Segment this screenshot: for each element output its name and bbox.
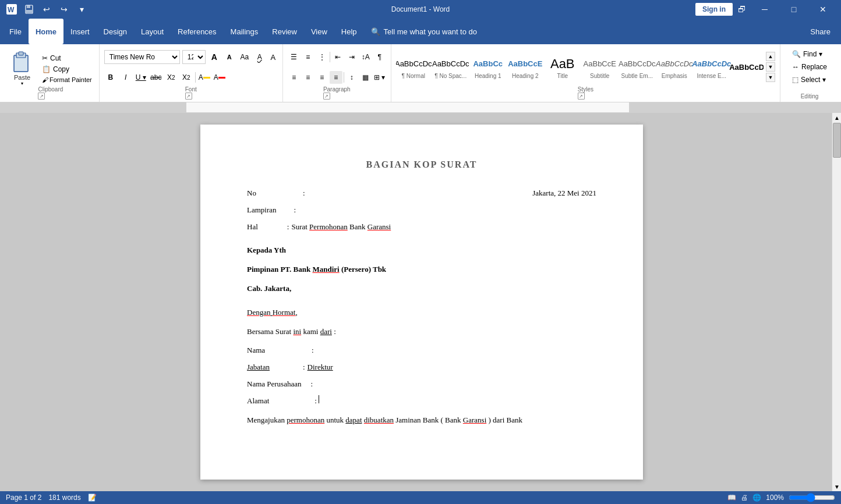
style-normal[interactable]: AaBbCcDc ¶ Normal (396, 52, 431, 82)
close-button[interactable]: ✕ (810, 0, 836, 19)
style-subtle-em[interactable]: AaBbCcDc Subtle Em... (620, 52, 655, 82)
multilevel-list-button[interactable]: ⋮ (316, 51, 328, 63)
menu-review[interactable]: Review (265, 19, 304, 44)
view-print-icon[interactable]: 🖨 (741, 494, 748, 502)
menu-bar: File Home Insert Design Layout Reference… (0, 19, 841, 44)
menu-design[interactable]: Design (97, 19, 134, 44)
styles-scroll-down[interactable]: ▼ (766, 62, 775, 72)
date-field: Jakarta, 22 Mei 2021 (532, 187, 596, 200)
ribbon-display-icon[interactable]: 🗗 (735, 2, 749, 16)
jabatan-row: Jabatan : Direktur (247, 361, 596, 374)
view-read-icon[interactable]: 📖 (727, 494, 736, 502)
strikethrough-button[interactable]: abc (150, 71, 162, 84)
scroll-track[interactable] (832, 122, 841, 482)
ruler (0, 102, 841, 113)
menu-mailings[interactable]: Mailings (224, 19, 266, 44)
clipboard-small-buttons: ✂ Cut 📋 Copy 🖌 Format Painter (40, 53, 94, 84)
style-extra[interactable]: AaBbCcDc (732, 55, 764, 79)
title-bar-right: Sign in 🗗 ─ □ ✕ (695, 0, 836, 19)
clear-formatting-button[interactable]: A (253, 51, 266, 63)
increase-indent-button[interactable]: ⇥ (345, 51, 358, 63)
align-center-button[interactable]: ≡ (302, 71, 315, 84)
font-family-select[interactable]: Times New Ro (104, 50, 180, 64)
nama-row: Nama : (247, 345, 596, 357)
undo-icon[interactable]: ↩ (40, 2, 54, 16)
title-bar: W ↩ ↪ ▾ Document1 - Word Sign in 🗗 ─ □ ✕ (0, 0, 841, 19)
style-subtitle[interactable]: AaBbCcE Subtitle (582, 52, 617, 82)
shading-button[interactable]: ▦ (359, 71, 372, 84)
select-button[interactable]: ⬚ Select ▾ (789, 74, 831, 85)
customize-qat-icon[interactable]: ▾ (75, 2, 89, 16)
superscript-button[interactable]: X2 (180, 71, 193, 84)
paragraph-expand[interactable]: ↗ (323, 93, 330, 100)
minimize-button[interactable]: ─ (751, 0, 778, 19)
svg-rect-9 (0, 102, 186, 112)
borders-button[interactable]: ⊞ ▾ (373, 71, 386, 84)
style-heading1[interactable]: AaBbCc Heading 1 (471, 52, 506, 82)
save-icon[interactable] (22, 2, 36, 16)
paste-button[interactable]: Paste ▾ (7, 48, 37, 88)
help-search[interactable]: 🔍 Tell me what you want to do (364, 19, 484, 44)
status-bar-right: 📖 🖨 🌐 100% (727, 493, 835, 502)
style-title[interactable]: AaB Title (545, 52, 580, 82)
text-highlight-button[interactable]: A (198, 71, 211, 84)
font-case-button[interactable]: Aa (238, 51, 251, 63)
word-icon[interactable]: W (5, 2, 19, 16)
font-grow-button[interactable]: A (208, 51, 221, 63)
font-expand[interactable]: ↗ (185, 93, 192, 100)
view-web-icon[interactable]: 🌐 (752, 494, 761, 502)
style-no-spacing[interactable]: AaBbCcDc ¶ No Spac... (433, 52, 468, 82)
font-color-button[interactable]: A (213, 71, 226, 84)
align-right-button[interactable]: ≡ (316, 71, 328, 84)
menu-layout[interactable]: Layout (134, 19, 171, 44)
menu-references[interactable]: References (171, 19, 223, 44)
copy-button[interactable]: 📋 Copy (40, 64, 94, 74)
menu-help[interactable]: Help (334, 19, 364, 44)
title-bar-left: W ↩ ↪ ▾ (5, 2, 89, 16)
style-intense-em[interactable]: AaBbCcDc Intense E... (694, 52, 729, 82)
menu-view[interactable]: View (304, 19, 334, 44)
sort-button[interactable]: ↕A (359, 51, 372, 63)
clipboard-expand[interactable]: ↗ (38, 93, 45, 100)
redo-icon[interactable]: ↪ (57, 2, 71, 16)
signin-button[interactable]: Sign in (695, 3, 733, 16)
decrease-indent-button[interactable]: ⇤ (331, 51, 344, 63)
svg-rect-4 (26, 10, 32, 13)
replace-button[interactable]: ↔ Replace (789, 62, 831, 72)
line-spacing-button[interactable]: ↕ (345, 71, 358, 84)
align-left-button[interactable]: ≡ (288, 71, 301, 84)
italic-button[interactable]: I (119, 71, 132, 84)
style-emphasis[interactable]: AaBbCcDc Emphasis (657, 52, 692, 82)
underline-button[interactable]: U ▾ (135, 71, 147, 84)
proofing-icon: 📝 (88, 494, 97, 502)
page-indicator: Page 1 of 2 (6, 494, 41, 502)
bold-button[interactable]: B (104, 71, 117, 84)
format-painter-button[interactable]: 🖌 Format Painter (40, 75, 94, 84)
show-formatting-button[interactable]: ¶ (373, 51, 386, 63)
zoom-slider[interactable] (789, 493, 835, 502)
maximize-button[interactable]: □ (780, 0, 807, 19)
style-heading2[interactable]: AaBbCcE Heading 2 (508, 52, 543, 82)
menu-file[interactable]: File (2, 19, 29, 44)
menu-home[interactable]: Home (29, 19, 63, 44)
subscript-button[interactable]: X2 (165, 71, 178, 84)
styles-scroll-up[interactable]: ▲ (766, 52, 775, 61)
hal-value: Surat Permohonan Bank Garansi (291, 221, 391, 233)
styles-expand[interactable]: ▼ (766, 73, 775, 82)
menu-insert[interactable]: Insert (63, 19, 97, 44)
share-button[interactable]: Share (802, 19, 839, 44)
bullets-button[interactable]: ☰ (288, 51, 301, 63)
font-shrink-button[interactable]: A (223, 51, 236, 63)
cut-button[interactable]: ✂ Cut (40, 53, 94, 63)
font-size-select[interactable]: 12 (182, 50, 206, 64)
scroll-thumb[interactable] (833, 123, 841, 158)
find-button[interactable]: 🔍 Find ▾ (789, 49, 831, 59)
styles-expand-btn[interactable]: ↗ (578, 93, 585, 100)
scroll-down-button[interactable]: ▼ (832, 482, 841, 491)
svg-rect-10 (629, 102, 841, 112)
clipboard-group: Paste ▾ ✂ Cut 📋 Copy 🖌 Format Painter Cl… (2, 44, 100, 102)
document-container[interactable]: BAGIAN KOP SURAT No : Jakarta, 22 Mei 20… (12, 113, 832, 491)
scroll-up-button[interactable]: ▲ (832, 113, 841, 122)
justify-button[interactable]: ≡ (330, 71, 342, 84)
numbering-button[interactable]: ≡ (302, 51, 315, 63)
